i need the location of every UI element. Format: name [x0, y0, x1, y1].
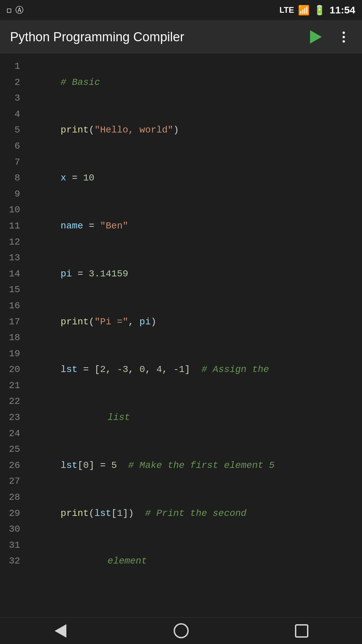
toolbar-actions [305, 27, 352, 47]
app-title: Python Programming Compiler [10, 30, 184, 44]
line-num-32: 32 [9, 553, 20, 569]
line-numbers: 1 2 3 4 5 6 7 8 9 10 11 12 13 14 15 16 1… [0, 57, 27, 614]
line-num-21: 21 [9, 378, 20, 394]
app-icon: Ⓐ [15, 5, 23, 15]
code-line-11: # Plot [27, 601, 359, 617]
line-num-3: 3 [14, 90, 20, 106]
line-num-25: 25 [9, 441, 20, 458]
line-num-27: 27 [9, 473, 20, 489]
code-content[interactable]: # Basic print("Hello, world") x = 10 nam… [27, 57, 362, 614]
line-num-1: 1 [14, 58, 20, 74]
code-line-4: name = "Ben" [27, 202, 359, 250]
line-num-9: 9 [14, 186, 20, 202]
line-num-20: 20 [9, 362, 20, 378]
signal-bars: 📶 [298, 5, 310, 16]
code-line-7: lst = [2, -3, 0, 4, -1] # Assign the [27, 346, 359, 394]
line-num-12: 12 [9, 234, 20, 250]
notification-icon: ◻ [7, 5, 11, 15]
battery-icon: 🔋 [314, 5, 325, 16]
line-num-2: 2 [14, 74, 20, 91]
line-num-7: 7 [14, 154, 20, 170]
navigation-bar [0, 617, 362, 644]
lte-label: LTE [280, 5, 294, 15]
home-icon [174, 623, 189, 638]
code-line-9-cont: element [27, 537, 359, 585]
line-num-23: 23 [9, 410, 20, 426]
line-num-6: 6 [14, 138, 20, 154]
back-button[interactable] [47, 621, 74, 641]
code-line-2: print("Hello, world") [27, 106, 359, 154]
run-button[interactable] [305, 27, 325, 47]
code-line-6: print("Pi =", pi) [27, 298, 359, 346]
line-num-28: 28 [9, 489, 20, 505]
home-button[interactable] [168, 621, 194, 641]
code-line-1: # Basic [27, 58, 359, 106]
line-num-5: 5 [14, 122, 20, 138]
line-num-29: 29 [9, 505, 20, 522]
line-num-24: 24 [9, 426, 20, 442]
line-num-8: 8 [14, 170, 20, 186]
time-display: 11:54 [329, 4, 355, 16]
line-num-11: 11 [9, 218, 20, 234]
code-line-7-cont: list [27, 393, 359, 441]
line-num-22: 22 [9, 393, 20, 410]
code-line-5: pi = 3.14159 [27, 250, 359, 298]
line-num-30: 30 [9, 521, 20, 537]
line-num-26: 26 [9, 458, 20, 474]
code-line-3: x = 10 [27, 154, 359, 202]
line-num-16: 16 [9, 298, 20, 314]
line-num-14: 14 [9, 266, 20, 282]
line-num-19: 19 [9, 346, 20, 362]
line-num-13: 13 [9, 250, 20, 266]
more-options-button[interactable] [335, 27, 352, 47]
line-num-18: 18 [9, 330, 20, 346]
back-icon [55, 624, 66, 638]
status-left-icons: ◻ Ⓐ [7, 5, 23, 15]
status-right-info: LTE 📶 🔋 11:54 [280, 4, 355, 16]
play-icon [307, 29, 323, 45]
code-line-10 [27, 585, 359, 601]
code-line-9: print(lst[1]) # Print the second [27, 489, 359, 537]
line-num-10: 10 [9, 202, 20, 218]
svg-marker-0 [310, 30, 322, 44]
recents-icon [295, 624, 308, 638]
code-editor[interactable]: 1 2 3 4 5 6 7 8 9 10 11 12 13 14 15 16 1… [0, 54, 362, 617]
code-line-8: lst[0] = 5 # Make the first element 5 [27, 441, 359, 489]
line-num-17: 17 [9, 314, 20, 330]
line-num-15: 15 [9, 282, 20, 298]
line-num-31: 31 [9, 537, 20, 553]
status-bar: ◻ Ⓐ LTE 📶 🔋 11:54 [0, 0, 362, 20]
toolbar: Python Programming Compiler [0, 20, 362, 54]
line-num-4: 4 [14, 106, 20, 122]
recents-button[interactable] [288, 621, 315, 641]
